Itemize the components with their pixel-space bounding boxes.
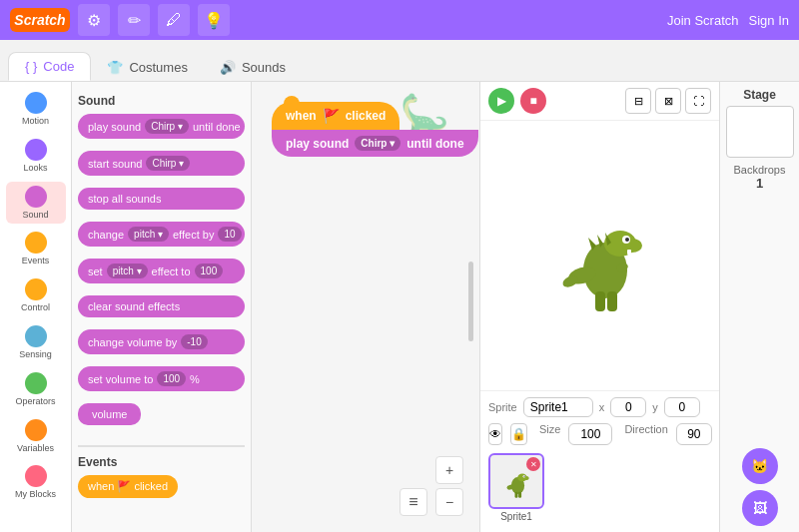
sound-dot bbox=[25, 186, 47, 208]
tab-bar: { } Code 👕 Costumes 🔊 Sounds bbox=[0, 40, 799, 82]
svg-point-18 bbox=[524, 476, 525, 477]
visibility-toggle[interactable]: 👁 bbox=[488, 423, 502, 445]
sprite-name-input[interactable] bbox=[523, 397, 593, 417]
sprite-thumb-sprite1[interactable]: ✕ bbox=[488, 453, 544, 509]
svg-rect-20 bbox=[518, 492, 521, 498]
sensing-dot bbox=[25, 325, 47, 347]
sounds-icon: 🔊 bbox=[220, 60, 236, 75]
x-label: x bbox=[599, 401, 605, 413]
backdrops-count: 1 bbox=[726, 176, 793, 191]
costumes-icon: 👕 bbox=[107, 60, 123, 75]
when-label: when bbox=[286, 109, 317, 123]
events-title: Events bbox=[78, 455, 245, 469]
size-input[interactable] bbox=[568, 423, 612, 445]
backdrops-label: Backdrops bbox=[726, 164, 793, 176]
edit-button[interactable]: ✏ bbox=[118, 4, 150, 36]
stage-mini-preview[interactable] bbox=[726, 106, 794, 158]
clicked-label: clicked bbox=[346, 109, 387, 123]
sprite-info-panel: Sprite x y 👁 🔒 Size Direction ✕ bbox=[480, 390, 719, 532]
direction-input[interactable] bbox=[676, 423, 712, 445]
stage-area: ▶ ■ ⊟ ⊠ ⛶ bbox=[479, 82, 719, 532]
x-input[interactable] bbox=[610, 397, 646, 417]
sidebar-item-sound[interactable]: Sound bbox=[6, 182, 66, 225]
direction-label: Direction bbox=[624, 423, 667, 445]
stage-controls: ▶ ■ ⊟ ⊠ ⛶ bbox=[480, 82, 719, 121]
top-nav: Scratch ⚙ ✏ 🖊 💡 Join Scratch Sign In bbox=[0, 0, 799, 40]
stage-layout-buttons: ⊟ ⊠ ⛶ bbox=[625, 88, 711, 114]
layout-large-button[interactable]: ⊠ bbox=[655, 88, 681, 114]
sidebar-item-events[interactable]: Events bbox=[6, 228, 66, 270]
lock-toggle[interactable]: 🔒 bbox=[510, 423, 527, 445]
when-flag-clicked-block[interactable]: when 🚩 clicked bbox=[272, 102, 400, 130]
code-icon: { } bbox=[25, 59, 37, 74]
svg-rect-8 bbox=[607, 291, 617, 311]
size-label: Size bbox=[539, 423, 560, 445]
code-blocks-group[interactable]: when 🚩 clicked play sound Chirp ▾ until … bbox=[272, 102, 479, 157]
tab-costumes[interactable]: 👕 Costumes bbox=[91, 54, 204, 81]
right-panel: Stage Backdrops 1 🐱 🖼 bbox=[719, 82, 799, 532]
sign-in-link[interactable]: Sign In bbox=[749, 13, 789, 28]
separator-button[interactable]: ≡ bbox=[400, 488, 427, 516]
code-canvas: 🦕 when 🚩 clicked play sound Chirp ▾ unti… bbox=[252, 82, 479, 532]
fullscreen-button[interactable]: ⛶ bbox=[685, 88, 711, 114]
zoom-out-button[interactable]: − bbox=[435, 488, 463, 516]
add-backdrop-button[interactable]: 🖼 bbox=[742, 490, 778, 526]
green-flag-button[interactable]: ▶ bbox=[488, 88, 514, 114]
sidebar-item-operators[interactable]: Operators bbox=[6, 368, 66, 411]
sidebar-item-looks[interactable]: Looks bbox=[6, 135, 66, 178]
until-done-label: until done bbox=[406, 137, 463, 151]
play-sound-label: play sound bbox=[286, 137, 349, 151]
events-dot bbox=[25, 232, 47, 254]
bulb-button[interactable]: 💡 bbox=[198, 4, 230, 36]
code-area[interactable]: 🦕 when 🚩 clicked play sound Chirp ▾ unti… bbox=[252, 82, 479, 532]
sidebar-item-myblocks[interactable]: My Blocks bbox=[6, 461, 66, 504]
sidebar-item-sensing[interactable]: Sensing bbox=[6, 321, 66, 364]
stop-button[interactable]: ■ bbox=[520, 88, 546, 114]
scroll-indicator bbox=[468, 262, 473, 341]
block-clear-sound-effects[interactable]: clear sound effects bbox=[78, 295, 245, 317]
sprite-delete-button[interactable]: ✕ bbox=[526, 457, 540, 471]
sound-section-title: Sound bbox=[78, 94, 245, 108]
control-dot bbox=[25, 278, 47, 300]
block-stop-all-sounds[interactable]: stop all sounds bbox=[78, 188, 245, 210]
tab-code[interactable]: { } Code bbox=[8, 52, 91, 81]
categories-sidebar: Motion Looks Sound Events Control Sensin… bbox=[0, 82, 72, 532]
operators-dot bbox=[25, 372, 47, 394]
sprite-label: Sprite bbox=[488, 401, 517, 413]
add-sprite-button[interactable]: 🐱 bbox=[742, 448, 778, 484]
sidebar-item-variables[interactable]: Variables bbox=[6, 415, 66, 458]
svg-rect-7 bbox=[595, 291, 605, 311]
y-input[interactable] bbox=[664, 397, 700, 417]
block-volume-reporter[interactable]: volume bbox=[78, 403, 141, 425]
svg-point-4 bbox=[625, 238, 629, 242]
zoom-controls: + − bbox=[435, 456, 463, 516]
pen-button[interactable]: 🖊 bbox=[158, 4, 190, 36]
sidebar-item-motion[interactable]: Motion bbox=[6, 88, 66, 131]
tab-sounds[interactable]: 🔊 Sounds bbox=[204, 54, 302, 81]
stage-panel-title: Stage bbox=[726, 88, 793, 102]
gear-button[interactable]: ⚙ bbox=[78, 4, 110, 36]
block-set-volume[interactable]: set volume to 100 % bbox=[78, 366, 245, 391]
blocks-panel: Sound play sound Chirp ▾ until done star… bbox=[72, 82, 252, 532]
join-scratch-link[interactable]: Join Scratch bbox=[667, 13, 739, 28]
y-label: y bbox=[652, 401, 658, 413]
dino-sprite bbox=[550, 196, 650, 315]
sidebar-item-control[interactable]: Control bbox=[6, 274, 66, 317]
layout-small-button[interactable]: ⊟ bbox=[625, 88, 651, 114]
sprite-name-row: Sprite x y bbox=[488, 397, 711, 417]
sprite-thumb-label: Sprite1 bbox=[488, 511, 544, 522]
svg-rect-5 bbox=[627, 250, 631, 255]
stage-canvas bbox=[480, 121, 719, 390]
block-when-flag-clicked[interactable]: when 🚩 clicked bbox=[78, 475, 178, 498]
svg-rect-19 bbox=[515, 492, 518, 498]
block-play-sound-until-done[interactable]: play sound Chirp ▾ until done bbox=[78, 114, 245, 139]
sprite-icon-row: 👁 🔒 Size Direction bbox=[488, 423, 711, 445]
block-change-pitch-effect[interactable]: change pitch ▾ effect by 10 bbox=[78, 222, 245, 247]
block-set-pitch-effect[interactable]: set pitch ▾ effect to 100 bbox=[78, 259, 245, 283]
zoom-in-button[interactable]: + bbox=[435, 456, 463, 484]
play-sound-block[interactable]: play sound Chirp ▾ until done bbox=[272, 130, 478, 157]
scratch-logo[interactable]: Scratch bbox=[10, 8, 70, 32]
block-start-sound[interactable]: start sound Chirp ▾ bbox=[78, 151, 245, 176]
block-change-volume[interactable]: change volume by -10 bbox=[78, 329, 245, 354]
sprite-list: ✕ Sprite1 bbox=[488, 449, 711, 526]
